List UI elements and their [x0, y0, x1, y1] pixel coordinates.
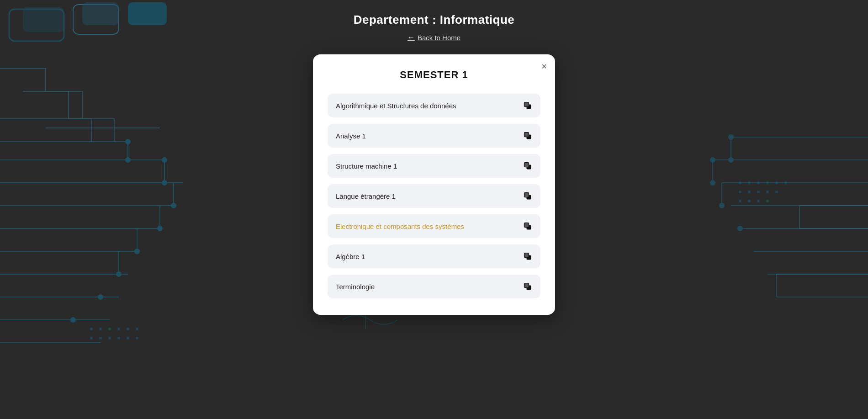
course-item[interactable]: Structure machine 1	[328, 154, 540, 178]
close-button[interactable]: ×	[541, 62, 547, 71]
page-wrapper: Departement : Informatique ← Back to Hom…	[0, 0, 868, 419]
back-arrow-icon: ←	[408, 33, 415, 42]
svg-rect-94	[524, 283, 529, 288]
copy-icon[interactable]	[523, 131, 532, 140]
course-name: Terminologie	[336, 283, 375, 291]
copy-icon[interactable]	[523, 191, 532, 201]
course-list: Algorithmique et Structures de données A…	[328, 94, 540, 298]
course-item[interactable]: Algorithmique et Structures de données	[328, 94, 540, 117]
course-item[interactable]: Algèbre 1	[328, 244, 540, 268]
course-item[interactable]: Analyse 1	[328, 124, 540, 148]
course-name: Electronique et composants des systèmes	[336, 223, 464, 230]
copy-icon[interactable]	[523, 161, 532, 170]
copy-icon[interactable]	[523, 252, 532, 261]
course-name: Algèbre 1	[336, 253, 365, 260]
copy-icon[interactable]	[523, 222, 532, 231]
svg-rect-86	[524, 163, 529, 167]
course-item[interactable]: Langue étrangère 1	[328, 184, 540, 208]
svg-rect-82	[524, 102, 529, 107]
svg-rect-90	[524, 223, 529, 228]
course-name: Structure machine 1	[336, 162, 397, 170]
svg-rect-84	[524, 133, 529, 137]
copy-icon[interactable]	[523, 101, 532, 110]
modal-title: SEMESTER 1	[328, 69, 540, 81]
course-name: Langue étrangère 1	[336, 192, 396, 200]
svg-rect-88	[524, 193, 529, 197]
copy-icon[interactable]	[523, 282, 532, 291]
course-item[interactable]: Electronique et composants des systèmes	[328, 214, 540, 238]
semester-modal: × SEMESTER 1 Algorithmique et Structures…	[313, 54, 555, 315]
page-title: Departement : Informatique	[354, 13, 515, 27]
course-name: Analyse 1	[336, 132, 366, 140]
svg-rect-92	[524, 253, 529, 258]
course-name: Algorithmique et Structures de données	[336, 102, 456, 110]
course-item[interactable]: Terminologie	[328, 275, 540, 298]
back-link-label: Back to Home	[418, 34, 460, 42]
back-to-home-link[interactable]: ← Back to Home	[408, 33, 460, 42]
